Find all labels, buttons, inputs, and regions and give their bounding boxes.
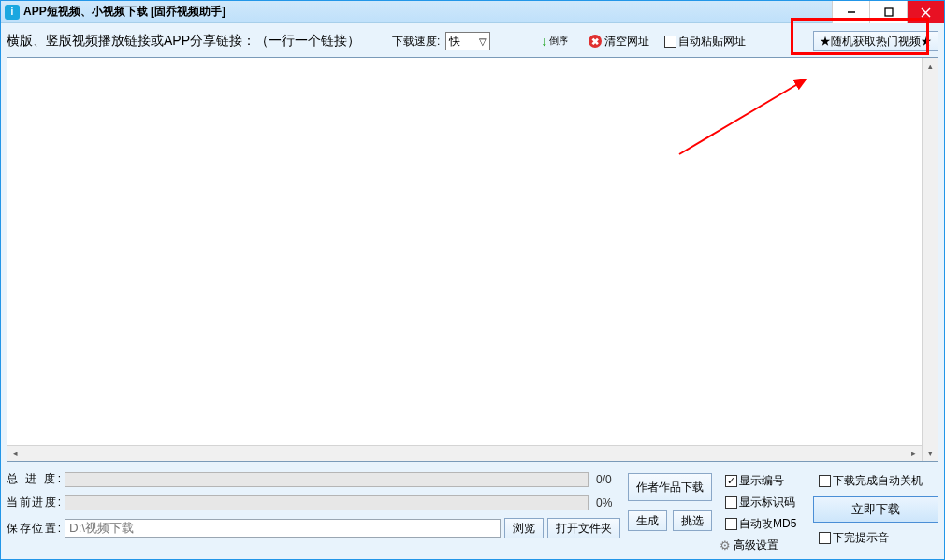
total-progress-label: 总 进 度:	[7, 471, 61, 487]
checkbox-icon	[664, 36, 676, 48]
speed-select[interactable]: 快 ▽	[445, 32, 490, 50]
mute-label: 下完提示音	[833, 530, 889, 546]
url-textarea-container: ◂ ▸ ▴ ▾	[7, 57, 938, 462]
auto-paste-checkbox[interactable]: 自动粘贴网址	[664, 34, 746, 50]
app-icon: i	[5, 5, 20, 20]
clear-urls-button[interactable]: ✖ 清空网址	[585, 31, 653, 51]
scroll-right-icon: ▸	[906, 446, 922, 461]
clear-urls-label: 清空网址	[604, 34, 649, 50]
checkbox-icon	[725, 518, 737, 530]
scroll-down-icon: ▾	[923, 445, 938, 461]
generate-button[interactable]: 生成	[628, 510, 667, 531]
show-id-checkbox[interactable]: 显示标识码	[725, 495, 806, 510]
show-number-checkbox[interactable]: 显示编号	[725, 473, 806, 489]
bottom-panel: 总 进 度: 0/0 当前进度: 0% 保存位置: 浏览 打开文件夹 作者作品	[7, 466, 938, 553]
current-progress-value: 0%	[592, 496, 620, 510]
checkbox-icon	[819, 532, 831, 544]
url-textarea[interactable]	[7, 58, 922, 445]
pick-button[interactable]: 挑选	[673, 510, 712, 531]
auto-md5-checkbox[interactable]: 自动改MD5	[725, 516, 806, 532]
scroll-left-icon: ◂	[7, 446, 23, 461]
toolbar: 横版、竖版视频播放链接或APP分享链接：（一行一个链接） 下载速度: 快 ▽ ↓…	[7, 29, 938, 53]
checkbox-icon	[725, 475, 737, 487]
titlebar: i APP短视频、小视频下载 [固乔视频助手]	[1, 1, 944, 23]
speed-value: 快	[449, 34, 460, 50]
link-input-label: 横版、竖版视频播放链接或APP分享链接：（一行一个链接）	[7, 33, 360, 50]
show-id-label: 显示标识码	[739, 495, 795, 510]
author-works-button[interactable]: 作者作品下载	[628, 473, 712, 501]
close-icon	[921, 7, 931, 18]
reverse-order-label: 倒序	[549, 36, 568, 46]
show-number-label: 显示编号	[739, 473, 784, 489]
window-title: APP短视频、小视频下载 [固乔视频助手]	[23, 4, 225, 20]
auto-paste-label: 自动粘贴网址	[678, 34, 746, 50]
chevron-down-icon: ▽	[479, 36, 487, 47]
current-progress-bar	[65, 495, 589, 510]
close-button[interactable]	[907, 1, 944, 23]
clear-icon: ✖	[589, 35, 602, 48]
scroll-up-icon: ▴	[923, 58, 938, 74]
arrow-down-icon: ↓	[541, 34, 547, 49]
advanced-settings-label: 高级设置	[734, 538, 778, 553]
minimize-button[interactable]	[832, 1, 869, 23]
open-folder-button[interactable]: 打开文件夹	[547, 518, 620, 538]
auto-shutdown-label: 下载完成自动关机	[833, 473, 923, 489]
random-hot-video-label: ★随机获取热门视频★	[820, 34, 932, 50]
reverse-order-button[interactable]: ↓ 倒序	[539, 31, 570, 51]
browse-button[interactable]: 浏览	[504, 518, 544, 538]
checkbox-icon	[819, 475, 831, 487]
svg-rect-1	[885, 8, 893, 16]
minimize-icon	[847, 7, 856, 17]
download-now-button[interactable]: 立即下载	[813, 496, 938, 523]
save-path-label: 保存位置:	[7, 521, 61, 537]
auto-shutdown-checkbox[interactable]: 下载完成自动关机	[819, 473, 938, 489]
advanced-settings-button[interactable]: ⚙ 高级设置	[720, 538, 806, 553]
scrollbar-horizontal[interactable]: ◂ ▸	[7, 445, 922, 461]
scrollbar-vertical[interactable]: ▴ ▾	[922, 58, 938, 461]
current-progress-label: 当前进度:	[7, 495, 61, 510]
speed-label: 下载速度:	[392, 34, 440, 50]
save-path-input[interactable]	[65, 519, 501, 538]
maximize-icon	[884, 7, 894, 17]
total-progress-value: 0/0	[592, 473, 620, 486]
auto-md5-label: 自动改MD5	[739, 516, 796, 532]
checkbox-icon	[725, 496, 737, 509]
mute-checkbox[interactable]: 下完提示音	[819, 530, 938, 546]
random-hot-video-button[interactable]: ★随机获取热门视频★	[813, 31, 938, 51]
maximize-button[interactable]	[869, 1, 907, 23]
total-progress-bar	[65, 472, 589, 487]
gear-icon: ⚙	[720, 538, 731, 553]
